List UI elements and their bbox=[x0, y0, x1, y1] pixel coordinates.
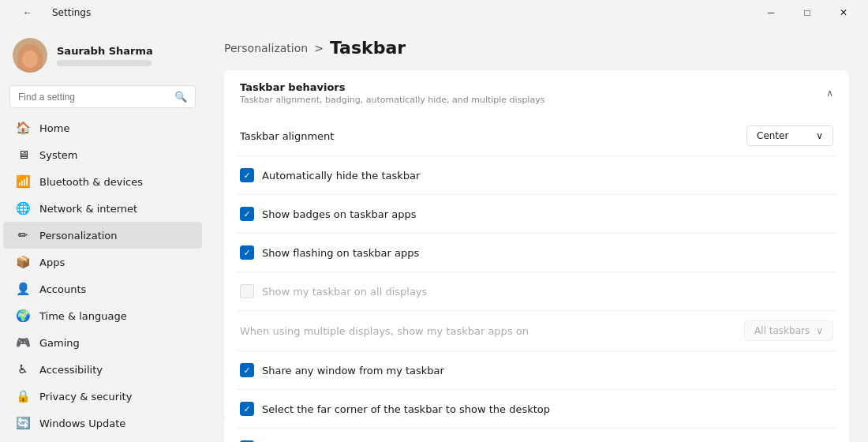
nav-label-bluetooth: Bluetooth & devices bbox=[39, 176, 143, 188]
nav-icon-network: 🌐 bbox=[16, 201, 30, 215]
setting-row-show_flashing: Show flashing on taskbar apps bbox=[224, 234, 849, 272]
content-area: Personalization > Taskbar Taskbar behavi… bbox=[205, 25, 868, 442]
user-info: Saurabh Sharma bbox=[57, 45, 153, 66]
sidebar-item-bluetooth[interactable]: 📶 Bluetooth & devices bbox=[3, 168, 202, 195]
setting-label-wrap-share_window: Share any window from my taskbar bbox=[240, 363, 444, 377]
sidebar-item-accessibility[interactable]: ♿ Accessibility bbox=[3, 356, 202, 383]
card-header-info: Taskbar behaviors Taskbar alignment, bad… bbox=[240, 81, 544, 105]
nav-label-system: System bbox=[39, 149, 77, 161]
chevron-up-icon: ∧ bbox=[826, 88, 833, 99]
setting-row-share_window: Share any window from my taskbar bbox=[224, 351, 849, 389]
setting-label-taskbar_alignment: Taskbar alignment bbox=[240, 130, 334, 142]
titlebar-left: ← Settings bbox=[9, 0, 91, 25]
setting-row-far_corner: Select the far corner of the taskbar to … bbox=[224, 390, 849, 428]
setting-row-show_badges: Show badges on taskbar apps bbox=[224, 195, 849, 233]
nav-icon-accessibility: ♿ bbox=[16, 362, 30, 376]
nav-label-accessibility: Accessibility bbox=[39, 364, 103, 376]
nav-label-personalization: Personalization bbox=[39, 230, 118, 242]
back-button[interactable]: ← bbox=[9, 0, 46, 25]
sidebar-item-privacy[interactable]: 🔒 Privacy & security bbox=[3, 383, 202, 410]
sidebar-item-gaming[interactable]: 🎮 Gaming bbox=[3, 329, 202, 356]
user-name: Saurabh Sharma bbox=[57, 45, 153, 57]
settings-card: Taskbar behaviors Taskbar alignment, bad… bbox=[224, 70, 849, 442]
user-profile[interactable]: Saurabh Sharma bbox=[0, 32, 205, 85]
breadcrumb-parent: Personalization bbox=[224, 42, 308, 54]
dropdown-value-multiple_displays_label: All taskbars bbox=[754, 325, 810, 336]
setting-label-show_badges: Show badges on taskbar apps bbox=[262, 208, 416, 220]
nav-label-windows_update: Windows Update bbox=[39, 418, 125, 429]
titlebar: ← Settings ─ □ ✕ bbox=[0, 0, 868, 25]
setting-label-multiple_displays_label: When using multiple displays, show my ta… bbox=[240, 325, 529, 337]
setting-label-auto_hide: Automatically hide the taskbar bbox=[262, 170, 420, 182]
nav-icon-privacy: 🔒 bbox=[16, 389, 30, 403]
breadcrumb-sep: > bbox=[314, 42, 324, 54]
sidebar-item-system[interactable]: 🖥 System bbox=[3, 141, 202, 168]
nav-label-time: Time & language bbox=[39, 310, 127, 322]
sidebar-item-windows_update[interactable]: 🔄 Windows Update bbox=[3, 410, 202, 436]
page-title: Taskbar bbox=[330, 38, 406, 58]
nav-icon-home: 🏠 bbox=[16, 121, 30, 135]
checkbox-auto_hide[interactable] bbox=[240, 168, 254, 182]
setting-label-wrap-far_corner: Select the far corner of the taskbar to … bbox=[240, 402, 550, 416]
nav-icon-system: 🖥 bbox=[16, 148, 30, 162]
close-button[interactable]: ✕ bbox=[825, 0, 862, 25]
sidebar-item-personalization[interactable]: ✏️ Personalization bbox=[3, 222, 202, 249]
sidebar-item-apps[interactable]: 📦 Apps bbox=[3, 249, 202, 275]
nav-icon-windows_update: 🔄 bbox=[16, 416, 30, 430]
setting-label-all_displays: Show my taskbar on all displays bbox=[262, 286, 427, 298]
sidebar: Saurabh Sharma 🔍 🏠 Home 🖥 System 📶 Bluet… bbox=[0, 25, 205, 442]
minimize-button[interactable]: ─ bbox=[753, 0, 789, 25]
nav-icon-apps: 📦 bbox=[16, 255, 30, 269]
user-email bbox=[57, 60, 152, 66]
card-header[interactable]: Taskbar behaviors Taskbar alignment, bad… bbox=[224, 70, 849, 116]
chevron-down-icon: ∨ bbox=[816, 130, 823, 141]
nav-label-privacy: Privacy & security bbox=[39, 391, 132, 403]
nav-label-accounts: Accounts bbox=[39, 283, 86, 295]
back-icon: ← bbox=[23, 7, 32, 18]
app-body: Saurabh Sharma 🔍 🏠 Home 🖥 System 📶 Bluet… bbox=[0, 25, 868, 442]
arrow-annotation bbox=[224, 389, 240, 429]
nav-icon-gaming: 🎮 bbox=[16, 335, 30, 350]
nav-label-apps: Apps bbox=[39, 257, 65, 268]
nav-label-gaming: Gaming bbox=[39, 337, 80, 349]
avatar-face bbox=[17, 44, 43, 73]
sidebar-item-accounts[interactable]: 👤 Accounts bbox=[3, 275, 202, 302]
nav-icon-time: 🌍 bbox=[16, 309, 30, 323]
dropdown-value-taskbar_alignment: Center bbox=[757, 130, 788, 141]
search-box[interactable]: 🔍 bbox=[9, 85, 196, 108]
setting-label-show_flashing: Show flashing on taskbar apps bbox=[262, 247, 419, 259]
nav-label-home: Home bbox=[39, 122, 69, 134]
nav-icon-accounts: 👤 bbox=[16, 282, 30, 296]
sidebar-item-home[interactable]: 🏠 Home bbox=[3, 114, 202, 141]
dropdown-taskbar_alignment[interactable]: Center ∨ bbox=[746, 125, 833, 146]
setting-row-taskbar_alignment: Taskbar alignment Center ∨ bbox=[224, 116, 849, 155]
titlebar-controls: ─ □ ✕ bbox=[753, 0, 862, 25]
nav-label-network: Network & internet bbox=[39, 203, 137, 215]
setting-label-wrap-show_flashing: Show flashing on taskbar apps bbox=[240, 245, 419, 260]
checkbox-far_corner[interactable] bbox=[240, 402, 254, 416]
checkbox-show_badges[interactable] bbox=[240, 207, 254, 221]
search-input[interactable] bbox=[18, 92, 168, 103]
checkbox-show_flashing[interactable] bbox=[240, 245, 254, 260]
setting-label-wrap-show_badges: Show badges on taskbar apps bbox=[240, 207, 416, 221]
setting-label-far_corner: Select the far corner of the taskbar to … bbox=[262, 403, 550, 415]
settings-rows: Taskbar alignment Center ∨ Automatically… bbox=[224, 116, 849, 442]
avatar bbox=[13, 38, 47, 73]
checkbox-share_window[interactable] bbox=[240, 363, 254, 377]
nav-icon-personalization: ✏️ bbox=[16, 228, 30, 242]
card-header-title: Taskbar behaviors bbox=[240, 81, 544, 93]
search-icon: 🔍 bbox=[174, 91, 187, 103]
sidebar-item-network[interactable]: 🌐 Network & internet bbox=[3, 195, 202, 222]
maximize-button[interactable]: □ bbox=[789, 0, 825, 25]
card-header-subtitle: Taskbar alignment, badging, automaticall… bbox=[240, 95, 544, 105]
sidebar-item-time[interactable]: 🌍 Time & language bbox=[3, 302, 202, 329]
setting-row-auto_hide: Automatically hide the taskbar bbox=[224, 156, 849, 194]
checkbox-all_displays bbox=[240, 284, 254, 298]
setting-label-share_window: Share any window from my taskbar bbox=[262, 365, 444, 376]
setting-row-multiple_displays_label: When using multiple displays, show my ta… bbox=[224, 311, 849, 350]
nav-list: 🏠 Home 🖥 System 📶 Bluetooth & devices 🌐 … bbox=[0, 114, 205, 436]
dropdown-multiple_displays_label: All taskbars ∨ bbox=[744, 320, 833, 341]
nav-icon-bluetooth: 📶 bbox=[16, 174, 30, 189]
setting-row-show_seconds: Show seconds in system tray clock (uses … bbox=[224, 429, 849, 442]
titlebar-title: Settings bbox=[52, 7, 91, 18]
